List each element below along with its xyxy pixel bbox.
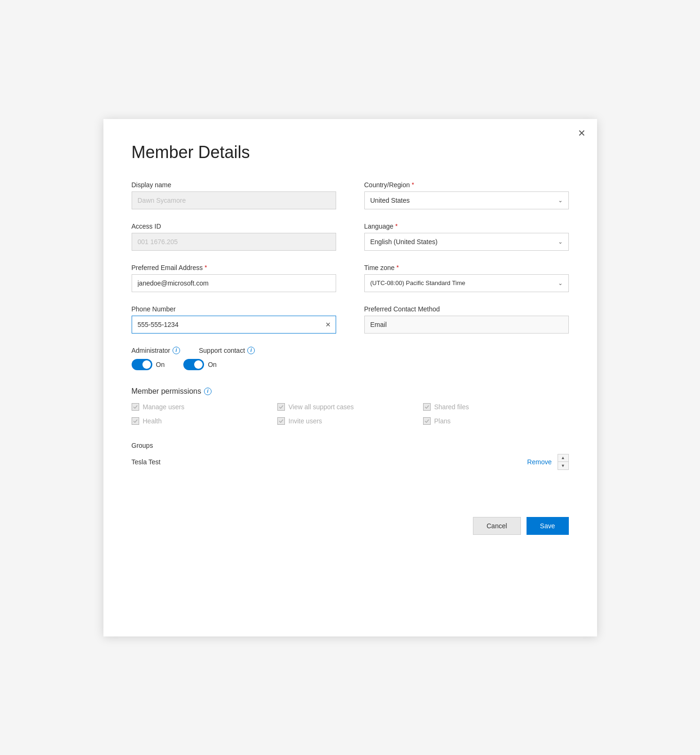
permissions-info-icon[interactable]: i — [204, 388, 212, 395]
email-input[interactable] — [132, 274, 336, 292]
language-label: Language * — [364, 223, 569, 230]
admin-on-label: On — [156, 361, 165, 368]
save-button[interactable]: Save — [527, 517, 569, 535]
dialog-title: Member Details — [132, 143, 569, 162]
group-name: Tesla Test — [132, 458, 522, 466]
up-down-buttons: ▲ ▼ — [558, 454, 569, 470]
admin-toggle[interactable] — [132, 359, 152, 370]
email-group: Preferred Email Address * — [132, 264, 336, 292]
shared-files-checkbox[interactable] — [423, 403, 431, 411]
toggles-section: Administrator i Support contact i On On — [132, 347, 569, 370]
groups-section: Groups Tesla Test Remove ▲ ▼ — [132, 442, 569, 470]
phone-group: Phone Number ✕ — [132, 305, 336, 334]
shared-files-label: Shared files — [434, 403, 469, 411]
support-on-label: On — [208, 361, 217, 368]
phone-input-wrapper[interactable]: ✕ — [132, 316, 336, 334]
access-id-input[interactable] — [132, 233, 336, 251]
contact-method-display: Email — [364, 316, 569, 334]
access-id-label: Access ID — [132, 223, 336, 230]
permissions-section: Member permissions i Manage users View a… — [132, 387, 569, 425]
close-button[interactable]: ✕ — [578, 128, 586, 138]
cancel-button[interactable]: Cancel — [473, 517, 521, 535]
move-up-button[interactable]: ▲ — [558, 454, 568, 462]
support-toggle-header: Support contact i — [199, 347, 255, 354]
dialog-footer: Cancel Save — [132, 508, 569, 535]
support-toggle[interactable] — [183, 359, 204, 370]
timezone-label: Time zone * — [364, 264, 569, 271]
language-select[interactable]: English (United States) ⌄ — [364, 233, 569, 251]
email-label: Preferred Email Address * — [132, 264, 336, 271]
support-toggle-knob — [194, 360, 203, 369]
permission-manage-users: Manage users — [132, 403, 277, 411]
invite-users-label: Invite users — [289, 417, 322, 425]
language-chevron-icon: ⌄ — [558, 238, 563, 245]
contact-method-group: Preferred Contact Method Email — [364, 305, 569, 334]
toggles-row: On On — [132, 359, 569, 370]
support-info-icon[interactable]: i — [247, 347, 255, 354]
display-name-group: Display name — [132, 181, 336, 209]
member-details-dialog: ✕ Member Details Display name Country/Re… — [103, 119, 597, 636]
timezone-select[interactable]: (UTC-08:00) Pacific Standard Time ⌄ — [364, 274, 569, 292]
timezone-required: * — [396, 264, 399, 271]
health-checkbox[interactable] — [132, 417, 139, 425]
permission-health: Health — [132, 417, 277, 425]
permissions-grid: Manage users View all support cases Shar… — [132, 403, 569, 425]
groups-title: Groups — [132, 442, 569, 449]
permission-shared-files: Shared files — [423, 403, 569, 411]
country-label: Country/Region * — [364, 181, 569, 189]
permission-view-support: View all support cases — [277, 403, 423, 411]
language-group: Language * English (United States) ⌄ — [364, 223, 569, 251]
view-support-label: View all support cases — [289, 403, 354, 411]
health-label: Health — [143, 417, 162, 425]
view-support-checkbox[interactable] — [277, 403, 285, 411]
phone-clear-button[interactable]: ✕ — [324, 320, 332, 329]
phone-label: Phone Number — [132, 305, 336, 313]
invite-users-checkbox[interactable] — [277, 417, 285, 425]
phone-input[interactable] — [138, 321, 324, 328]
group-row: Tesla Test Remove ▲ ▼ — [132, 454, 569, 470]
admin-info-icon[interactable]: i — [173, 347, 180, 354]
manage-users-label: Manage users — [143, 403, 185, 411]
admin-toggle-header: Administrator i — [132, 347, 180, 354]
timezone-group: Time zone * (UTC-08:00) Pacific Standard… — [364, 264, 569, 292]
country-group: Country/Region * United States ⌄ — [364, 181, 569, 209]
toggle-labels-row: Administrator i Support contact i — [132, 347, 569, 354]
admin-toggle-group: On — [132, 359, 165, 370]
country-select[interactable]: United States ⌄ — [364, 191, 569, 209]
email-required: * — [204, 264, 207, 271]
access-id-group: Access ID — [132, 223, 336, 251]
manage-users-checkbox[interactable] — [132, 403, 139, 411]
display-name-input[interactable] — [132, 191, 336, 209]
display-name-label: Display name — [132, 181, 336, 189]
remove-link[interactable]: Remove — [527, 458, 551, 466]
permission-invite-users: Invite users — [277, 417, 423, 425]
contact-method-label: Preferred Contact Method — [364, 305, 569, 313]
permission-plans: Plans — [423, 417, 569, 425]
admin-toggle-knob — [142, 360, 151, 369]
country-chevron-icon: ⌄ — [558, 197, 563, 204]
timezone-chevron-icon: ⌄ — [558, 280, 563, 286]
language-required: * — [395, 223, 398, 230]
plans-label: Plans — [434, 417, 451, 425]
form-grid: Display name Country/Region * United Sta… — [132, 181, 569, 334]
support-toggle-group: On — [183, 359, 217, 370]
permissions-title: Member permissions i — [132, 387, 569, 396]
move-down-button[interactable]: ▼ — [558, 462, 568, 469]
country-required: * — [412, 181, 414, 188]
plans-checkbox[interactable] — [423, 417, 431, 425]
